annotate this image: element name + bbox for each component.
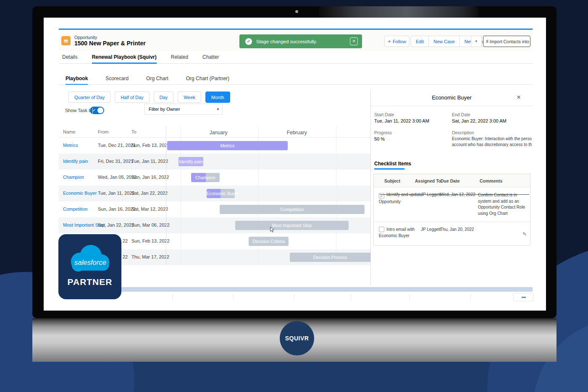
- gantt-task-name-link[interactable]: Economic Buyer: [63, 191, 97, 196]
- gantt-bar-decision-process[interactable]: Decision Process: [290, 253, 370, 262]
- gantt-timeline-cell: Economic Buyer: [166, 186, 370, 201]
- gantt-to-date: Sun, Mar 06, 2022: [131, 222, 170, 227]
- gantt-task-name-link[interactable]: Metrics: [63, 143, 78, 148]
- gantt-bar-label: Identify pain: [178, 157, 203, 166]
- gantt-from-fragment: 22: [123, 238, 128, 243]
- record-title: 1500 New Paper & Printer: [74, 40, 146, 47]
- gantt-zoom-buttons: Quarter of DayHalf of DayDayWeekMonth: [68, 91, 230, 103]
- checklist-assigned-to: JP Leggett: [421, 227, 441, 232]
- tab-checklist-items[interactable]: Checklist Items: [374, 161, 411, 167]
- gantt-to-date: Sat, Mar 12, 2022: [131, 206, 168, 212]
- import-contacts-button[interactable]: S Import Contacts into Sales: [483, 36, 530, 47]
- horizontal-scrollbar[interactable]: [59, 287, 533, 292]
- gantt-task-name-link[interactable]: Champion: [63, 175, 84, 180]
- checklist-row: ✓Identify and update OpportunityJP Legge…: [374, 187, 530, 222]
- gantt-timeline-cell: Identify pain: [166, 154, 370, 170]
- description-label: Description: [452, 130, 532, 135]
- panel-close-icon[interactable]: ×: [517, 93, 521, 102]
- gantt-gridline: [336, 126, 336, 265]
- gantt-bar-most-important-step[interactable]: Most Important Step: [235, 221, 349, 230]
- toast-message: Stage changed successfully.: [256, 39, 317, 44]
- gantt-from-date: Sat, Jan 22, 2022: [98, 222, 134, 227]
- subtab-org-chart-partner[interactable]: Org Chart (Partner): [186, 73, 229, 85]
- more-actions-button[interactable]: ▼: [471, 36, 482, 47]
- gantt-bar-metrics[interactable]: Metrics: [167, 141, 288, 150]
- panel-title-divider: [371, 106, 533, 106]
- filter-value: Filter by Owner: [149, 107, 180, 112]
- gantt-bar-competition[interactable]: Competition: [220, 205, 365, 214]
- edit-button[interactable]: Edit: [411, 36, 429, 47]
- record-type-label: Opportunity: [74, 35, 97, 40]
- bottom-tick: [172, 294, 173, 301]
- gantt-bar-label: Champion: [191, 173, 220, 182]
- scroll-end-box[interactable]: [513, 293, 533, 301]
- zoom-day-button[interactable]: Day: [154, 91, 174, 103]
- tab-related[interactable]: Related: [171, 51, 188, 64]
- mouse-cursor: [269, 227, 275, 233]
- subtab-scorecard[interactable]: Scorecard: [105, 73, 129, 85]
- gantt-row: CompetitionSun, Jan 16, 2022Sat, Mar 12,…: [59, 201, 370, 217]
- progress-label: Progress: [374, 130, 392, 135]
- bezel-glare: [319, 6, 479, 18]
- zoom-quarter-of-day-button[interactable]: Quarter of Day: [68, 91, 110, 103]
- gantt-column-from: From: [98, 129, 109, 134]
- filter-by-owner-select[interactable]: Filter by Owner ▾: [144, 104, 223, 115]
- month-label-february: February: [287, 130, 307, 136]
- tab-details[interactable]: Details: [62, 51, 78, 64]
- zoom-half-of-day-button[interactable]: Half of Day: [115, 91, 149, 103]
- monitor-stand: SQUIVR: [32, 318, 556, 362]
- gantt-table-divider: [166, 126, 166, 265]
- gantt-to-date: Sun, Feb 13, 2022: [131, 238, 170, 243]
- gantt-task-name-link[interactable]: Identify pain: [63, 159, 88, 164]
- toast-success: ✓ Stage changed successfully. ×: [239, 34, 362, 48]
- gantt-to-date: Sun, Jan 16, 2022: [131, 175, 169, 180]
- gantt-bar-label: Competition: [220, 205, 365, 214]
- gantt-bar-economic-buyer[interactable]: Economic Buyer: [207, 189, 235, 198]
- zoom-week-button[interactable]: Week: [178, 91, 201, 103]
- gantt-header: NameFromToJanuaryFebruary: [59, 126, 370, 138]
- subtab-org-chart[interactable]: Org Chart: [146, 73, 168, 85]
- gantt-timeline-cell: Competition: [166, 201, 370, 217]
- checklist-subject: ✓Identify and update Opportunity: [379, 191, 423, 205]
- tab-renewal-playbook-squivr[interactable]: Renewal Playbook (Squivr): [92, 51, 157, 64]
- checklist-column-due-date: Due Date: [441, 178, 460, 183]
- new-case-button[interactable]: New Case: [428, 36, 460, 47]
- edit-pencil-icon[interactable]: ✎: [522, 231, 527, 237]
- follow-button[interactable]: + Follow: [384, 36, 410, 47]
- zoom-month-button[interactable]: Month: [205, 91, 230, 103]
- gantt-bar-decision-criteria[interactable]: Decision Criteria: [249, 237, 289, 246]
- end-date-field: End Date Sat, Jan 22, 2022 3:00 AM: [452, 112, 507, 123]
- checklist-table: SubjectAssigned ToDue DateComments ✓Iden…: [373, 174, 530, 246]
- gantt-from-date: Sun, Jan 16, 2022: [98, 206, 135, 212]
- gantt-from-fragment: 22: [123, 254, 128, 259]
- gantt-from-date: Fri, Dec 31, 2021: [98, 159, 133, 164]
- gantt-timeline-cell: Decision Criteria: [166, 233, 370, 249]
- gantt-bar-champion[interactable]: Champion: [191, 173, 220, 182]
- start-date-label: Start Date: [374, 112, 429, 117]
- salesforce-partner-badge: salesforce PARTNER: [58, 234, 121, 299]
- checklist-row: Intro email with Economic BuyerJP Legget…: [374, 222, 530, 246]
- subtab-playbook[interactable]: Playbook: [66, 73, 88, 85]
- squivr-logo: SQUIVR: [280, 321, 314, 355]
- gantt-bar-identify-pain[interactable]: Identify pain: [178, 157, 203, 166]
- toast-close-button[interactable]: ×: [350, 37, 358, 45]
- tab-chatter[interactable]: Chatter: [202, 51, 219, 64]
- check-circle-icon: ✓: [245, 38, 252, 45]
- progress-field: Progress 50 %: [374, 130, 392, 141]
- checklist-column-comments: Comments: [480, 178, 502, 183]
- chevron-down-icon: ▾: [217, 104, 219, 114]
- checklist-checkbox[interactable]: [379, 227, 384, 232]
- bottom-tick: [351, 294, 351, 301]
- show-task-list-toggle[interactable]: ✓: [90, 107, 104, 114]
- gantt-to-date: Sat, Jan 22, 2022: [131, 191, 168, 196]
- scene: Opportunity 1500 New Paper & Printer ✓ S…: [0, 0, 588, 392]
- toggle-knob: [97, 107, 103, 113]
- checklist-checkbox-checked[interactable]: ✓: [379, 193, 384, 199]
- gantt-timeline-cell: Most Important Step: [166, 217, 370, 233]
- gantt-column-name: Name: [63, 129, 75, 134]
- completed-strikethrough-line: [380, 194, 529, 195]
- playbook-subtabbar: PlaybookScorecardOrg ChartOrg Chart (Par…: [59, 73, 533, 85]
- gantt-task-name-link[interactable]: Competition: [63, 206, 88, 212]
- end-date-label: End Date: [452, 112, 507, 117]
- gantt-row: Economic BuyerTue, Jan 11, 2022Sat, Jan …: [59, 186, 370, 201]
